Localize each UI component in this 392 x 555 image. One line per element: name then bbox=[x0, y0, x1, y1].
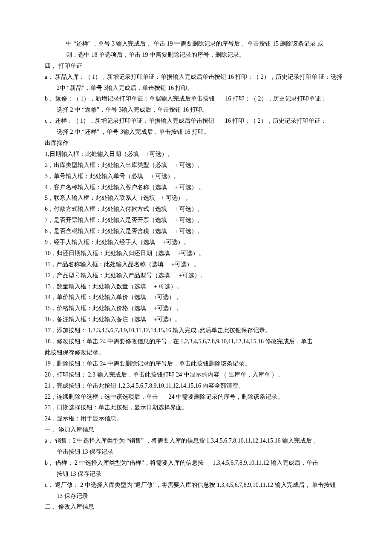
text-line: c， 还样：（ 1），新增记录打印单证：单据输入完成后单击按钮 16 打印；（ … bbox=[45, 115, 347, 127]
text-line: 3，单号输入框：此处输入单号（必填 + 可选）。 bbox=[45, 171, 347, 182]
text-line: 7，是否开票输入框：此处输入是否开票（选填 + 可选）。 bbox=[45, 215, 347, 226]
text-line: b， 借样： 2 中选择入库类型为“借样”，将需要入库的信息按 1,3,4,5,… bbox=[45, 457, 347, 469]
text-line: 二， 修改入库信息 bbox=[45, 501, 347, 512]
text-line: 12，产品型号输入框：此处输入产品型号（选填 +可选）。 bbox=[45, 270, 347, 281]
text-line: 选择 2 中 “返修”，单号 3输入完成后，单击按钮 16 打印。 bbox=[45, 104, 347, 115]
text-line: 23，日期选择按钮：单击此按钮，显示日期选择界面。 bbox=[45, 402, 347, 413]
text-line: 4，客户名称输入框：此处输入客户名称（选填 + 可选） 。 bbox=[45, 182, 347, 193]
text-line: a， 销售：2 中选择入库类型为 “销售” ，将需要入库的信息按 1,3,4,5… bbox=[45, 435, 347, 446]
text-line: 按钮 13 保存记录 bbox=[45, 469, 347, 480]
text-line: 则：选中 18 单选项后，单击 19 中需要删除记录的序号，删除记录。 bbox=[45, 49, 347, 60]
text-line: b， 返修：（ 1），新增记录打印单证：单据输入完成后单击按钮 16 打印；（ … bbox=[45, 93, 347, 104]
text-line: 24，显示框：用于显示信息。 bbox=[45, 413, 347, 424]
text-line: 11，产品名称输入框：此处输入品名称（选填 +可选） 。 bbox=[45, 259, 347, 270]
text-line: 一， 添加入库信息 bbox=[45, 424, 347, 435]
text-line: 选择 2 中 “还样” ，单号 3输入完成后，单击按钮 16 打印。 bbox=[45, 127, 347, 138]
text-line: c， 返厂修： 2 中选择入库类型为“返厂修”，将需要入库的信息按 1,3,4,… bbox=[45, 480, 347, 491]
text-line: 14，单价输入框：此处输入单价（选填 +可选） 。 bbox=[45, 292, 347, 303]
text-line: 8，是否含税输入框：此处输入是否含税（选填 + 可选）。 bbox=[45, 226, 347, 237]
document-body: 中 “还样” ，单号 3 输入完成后， 单击 19 中需要删除记录的序号后， 单… bbox=[45, 38, 347, 512]
text-line: 21，完成按钮：单击此按钮 1,2,3,4,5,6,7,8,9,10,11,12… bbox=[45, 380, 347, 391]
text-line: 13 保存记录 bbox=[45, 491, 347, 502]
text-line: 5，联系人输入框：此处输入联系人（选填 + 可选） 。 bbox=[45, 193, 347, 204]
text-line: 9，经手人输入框：此处输入经手人（选填 +可选）。 bbox=[45, 237, 347, 248]
text-line: 出库操作 bbox=[45, 138, 347, 149]
text-line: 17，添加按钮： 1,2,3,4,5,6,7,8,9,10,11,12,14,1… bbox=[45, 325, 347, 336]
text-line: 20，打印按钮： 2,3 输入完成后，单击此按钮打印 24 中显示的内容 （ 出… bbox=[45, 369, 347, 380]
text-line: a， 新品入库：（ 1），新增记录打印单证：单据输入完成后单击按钮 16 打印；… bbox=[45, 72, 347, 83]
text-line: 13，数量输入框：此处输入数量（选填 + 可选）。 bbox=[45, 281, 347, 292]
text-line: 2中 “新品”，单号 3输入完成后，单击按钮 16 打印。 bbox=[45, 83, 347, 94]
text-line: 2，出库类型输入框：此处输入出库类型（必填 + 可选）。 bbox=[45, 160, 347, 171]
text-line: 19，删除按钮：单击 24 中需要删除记录的序号后，单击此按钮删除该条记录。 bbox=[45, 358, 347, 369]
document-page: 中 “还样” ，单号 3 输入完成后， 单击 19 中需要删除记录的序号后， 单… bbox=[0, 0, 392, 555]
text-line: 四， 打印单证 bbox=[45, 60, 347, 72]
text-line: 10，归还日期输入框：此处输入归还日期（选填 +可选）。 bbox=[45, 248, 347, 259]
text-line: 1,日期输入框：此处输入日期（必填 +可选）。 bbox=[45, 149, 347, 160]
text-line: 18，修改按钮：单击 24 中需要修改信息的序号，在 1,2,3,4,5,6,7… bbox=[45, 336, 347, 347]
text-line: 22，连续删除单选框：选中该选项后，单击 24 中需要删除记录的序号，删除该条记… bbox=[45, 391, 347, 403]
text-line: 中 “还样” ，单号 3 输入完成后， 单击 19 中需要删除记录的序号后， 单… bbox=[45, 38, 347, 49]
text-line: 6，付款方式输入框：此处输入付款方式（选填 + 可选）。 bbox=[45, 204, 347, 215]
text-line: 16，备注输入框：此处输入备注（选填 +可选）。 bbox=[45, 314, 347, 325]
text-line: 单击按钮 13 保存记录 bbox=[45, 446, 347, 457]
text-line: 此按钮保存修改记录。 bbox=[45, 347, 347, 358]
text-line: 15，价格输入框：此处输入价格（选填 +可选） 。 bbox=[45, 303, 347, 314]
